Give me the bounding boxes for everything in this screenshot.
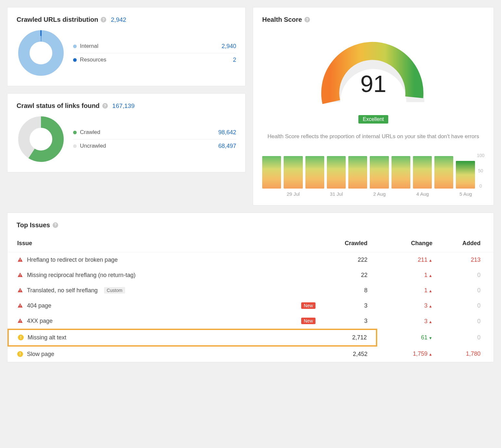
health-bar bbox=[327, 156, 346, 189]
table-row[interactable]: Missing reciprocal hreflang (no return-t… bbox=[8, 268, 494, 283]
issue-change: 3 bbox=[424, 318, 432, 324]
health-bar bbox=[434, 156, 453, 189]
legend-label: Internal bbox=[80, 43, 98, 49]
info-icon[interactable]: ? bbox=[304, 17, 310, 22]
issue-added: 0 bbox=[477, 302, 481, 309]
issue-name: Missing reciprocal hreflang (no return-t… bbox=[27, 272, 135, 279]
error-icon bbox=[17, 303, 23, 309]
issue-added: 1,780 bbox=[466, 350, 481, 357]
health-bar bbox=[262, 156, 281, 189]
health-xaxis: 29 Jul 31 Jul 2 Aug 4 Aug 5 Aug bbox=[262, 191, 484, 197]
health-scale: 100 50 0 bbox=[477, 153, 484, 189]
table-row[interactable]: Translated, no self hreflangCustom 8 1 0 bbox=[8, 283, 494, 298]
legend-value: 68,497 bbox=[218, 143, 236, 150]
health-score-value: 91 bbox=[313, 71, 433, 97]
custom-badge: Custom bbox=[104, 287, 125, 294]
svg-rect-12 bbox=[20, 320, 20, 322]
legend-label: Uncrawled bbox=[80, 143, 106, 149]
card-title: Top Issues bbox=[17, 221, 50, 229]
issue-added: 0 bbox=[477, 318, 481, 324]
health-bar bbox=[456, 161, 475, 189]
legend-dot bbox=[73, 131, 77, 134]
col-added: Added bbox=[442, 235, 494, 252]
crawled-urls-donut[interactable] bbox=[17, 29, 65, 77]
issue-added: 213 bbox=[471, 257, 481, 263]
health-bar bbox=[305, 156, 324, 189]
legend-value: 2 bbox=[233, 57, 236, 63]
issue-added: 0 bbox=[477, 334, 481, 341]
issue-crawled: 3 bbox=[325, 298, 377, 313]
new-badge: New bbox=[301, 302, 315, 309]
issue-change: 211 bbox=[418, 257, 432, 263]
info-icon[interactable]: ? bbox=[101, 17, 106, 22]
health-gauge[interactable]: 91 bbox=[313, 30, 433, 116]
info-icon[interactable]: ? bbox=[102, 103, 108, 109]
issue-crawled: 2,712 bbox=[325, 329, 377, 346]
svg-rect-9 bbox=[20, 291, 20, 292]
crawl-status-card: Crawl status of links found ? 167,139 Cr… bbox=[7, 93, 246, 172]
crawl-status-total[interactable]: 167,139 bbox=[112, 102, 135, 110]
issue-crawled: 3 bbox=[325, 313, 377, 329]
issue-name: Hreflang to redirect or broken page bbox=[27, 257, 118, 263]
col-crawled: Crawled bbox=[325, 235, 377, 252]
health-bar bbox=[392, 156, 410, 189]
issue-crawled: 8 bbox=[325, 283, 377, 298]
info-icon[interactable]: ? bbox=[53, 222, 58, 228]
issue-crawled: 22 bbox=[325, 268, 377, 283]
table-row[interactable]: 4XX pageNew 3 3 0 bbox=[8, 313, 494, 329]
svg-rect-10 bbox=[20, 305, 20, 306]
issue-added: 0 bbox=[477, 272, 481, 278]
issue-change: 1 bbox=[424, 287, 432, 294]
issue-change: 1 bbox=[424, 272, 432, 278]
svg-rect-11 bbox=[20, 307, 20, 307]
health-bar bbox=[284, 156, 302, 189]
svg-rect-13 bbox=[20, 322, 20, 323]
legend-value: 98,642 bbox=[218, 129, 236, 136]
health-score-card: Health Score ? 91 bbox=[253, 7, 494, 205]
top-issues-card: Top Issues ? Issue Crawled Change Added … bbox=[7, 213, 494, 362]
svg-rect-4 bbox=[20, 259, 20, 260]
legend-item-resources[interactable]: Resources 2 bbox=[73, 53, 236, 67]
table-row[interactable]: !Missing alt text 2,712 61 0 bbox=[8, 329, 494, 346]
error-icon bbox=[17, 287, 23, 293]
crawl-status-donut[interactable] bbox=[17, 115, 65, 164]
svg-rect-5 bbox=[20, 261, 20, 261]
legend-item-internal[interactable]: Internal 2,940 bbox=[73, 40, 236, 53]
issue-crawled: 2,452 bbox=[325, 346, 377, 362]
issue-name: 4XX page bbox=[27, 318, 53, 324]
card-title: Crawled URLs distribution bbox=[17, 16, 98, 23]
svg-rect-6 bbox=[20, 274, 20, 276]
card-title: Health Score bbox=[262, 16, 302, 23]
health-bar bbox=[413, 156, 432, 189]
col-issue: Issue bbox=[8, 235, 325, 252]
warning-icon: ! bbox=[18, 335, 24, 340]
legend-dot bbox=[73, 58, 77, 62]
issues-table: Issue Crawled Change Added Hreflang to r… bbox=[7, 235, 494, 362]
col-change: Change bbox=[377, 235, 442, 252]
svg-rect-8 bbox=[20, 289, 20, 291]
table-row[interactable]: !Slow page 2,452 1,759 1,780 bbox=[8, 346, 494, 362]
legend-item-uncrawled[interactable]: Uncrawled 68,497 bbox=[73, 139, 236, 153]
new-badge: New bbox=[301, 318, 315, 324]
issue-crawled: 222 bbox=[325, 252, 377, 268]
table-row[interactable]: Hreflang to redirect or broken page 222 … bbox=[8, 252, 494, 268]
legend-value: 2,940 bbox=[222, 43, 236, 50]
crawled-urls-total[interactable]: 2,942 bbox=[111, 16, 126, 23]
health-bar bbox=[370, 156, 389, 189]
issue-name: Missing alt text bbox=[28, 334, 66, 341]
error-icon bbox=[17, 272, 23, 278]
error-icon bbox=[17, 318, 23, 324]
legend-item-crawled[interactable]: Crawled 98,642 bbox=[73, 126, 236, 139]
legend-label: Resources bbox=[80, 57, 106, 63]
issue-change: 61 bbox=[421, 334, 432, 341]
issue-name: Slow page bbox=[27, 351, 54, 358]
table-row[interactable]: 404 pageNew 3 3 0 bbox=[8, 298, 494, 313]
issue-name: Translated, no self hreflang bbox=[27, 287, 97, 294]
error-icon bbox=[17, 257, 23, 263]
health-history-chart[interactable] bbox=[262, 150, 475, 189]
card-title: Crawl status of links found bbox=[17, 102, 100, 110]
issue-change: 3 bbox=[424, 302, 432, 309]
legend-dot bbox=[73, 144, 77, 148]
health-badge: Excellent bbox=[358, 115, 389, 124]
legend-dot bbox=[73, 45, 77, 48]
